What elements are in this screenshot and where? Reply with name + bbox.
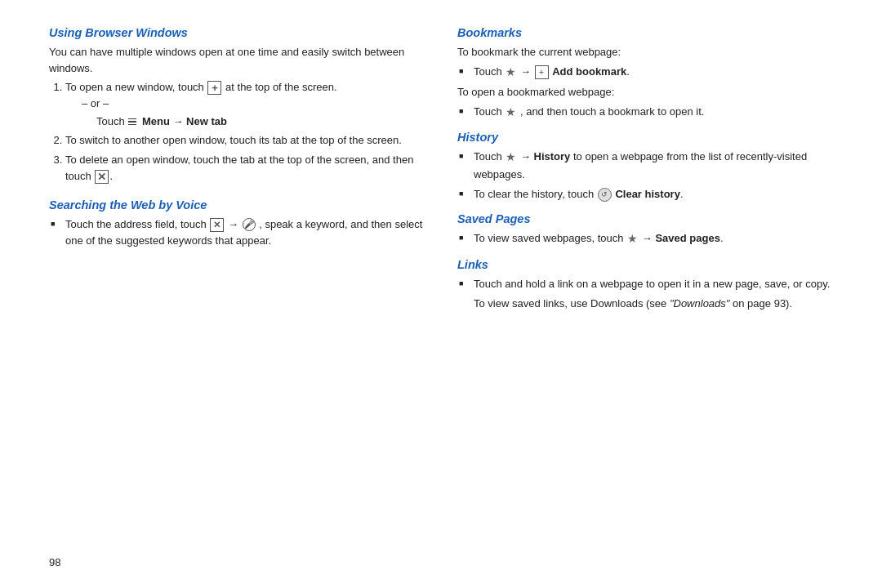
menu-label: Menu → New tab bbox=[142, 115, 227, 127]
section-history: History Touch ★ → History to open a webp… bbox=[457, 131, 833, 206]
clear-history-label: Clear history bbox=[615, 188, 679, 200]
step-2: To switch to another open window, touch … bbox=[65, 132, 425, 149]
page-number: 98 bbox=[49, 556, 60, 568]
links-sub-text: To view saved links, use Downloads (see … bbox=[474, 296, 833, 312]
history-list: Touch ★ → History to open a webpage from… bbox=[459, 149, 833, 203]
scissors-icon: ✕ bbox=[210, 218, 224, 232]
history-label: History bbox=[534, 151, 571, 163]
section-title-search-voice: Searching the Web by Voice bbox=[49, 198, 425, 212]
section-search-voice: Searching the Web by Voice Touch the add… bbox=[49, 198, 425, 252]
add-bookmark-icon: + bbox=[535, 65, 549, 79]
bookmarks-sub-intro: To open a bookmarked webpage: bbox=[457, 84, 833, 100]
section-title-saved-pages: Saved Pages bbox=[457, 212, 833, 225]
browser-windows-steps: To open a new window, touch + at the top… bbox=[65, 79, 425, 185]
browser-windows-intro: You can have multiple windows open at on… bbox=[49, 44, 425, 76]
x-icon: ✕ bbox=[95, 170, 109, 184]
links-bullet1: Touch and hold a link on a webpage to op… bbox=[459, 276, 833, 312]
star-icon4: ★ bbox=[627, 230, 638, 248]
section-title-history: History bbox=[457, 131, 833, 144]
bookmarks-bullet2: Touch ★ , and then touch a bookmark to o… bbox=[459, 104, 833, 122]
downloads-italic: "Downloads" bbox=[670, 297, 730, 310]
section-browser-windows: Using Browser Windows You can have multi… bbox=[49, 26, 425, 190]
menu-icon bbox=[128, 116, 138, 127]
step-1: To open a new window, touch + at the top… bbox=[65, 79, 425, 129]
mic-icon: 🎤 bbox=[243, 218, 256, 231]
section-title-bookmarks: Bookmarks bbox=[457, 26, 833, 39]
bookmarks-list2: Touch ★ , and then touch a bookmark to o… bbox=[459, 104, 833, 122]
search-voice-bullet: Touch the address field, touch ✕ → 🎤 , s… bbox=[51, 216, 425, 249]
links-list: Touch and hold a link on a webpage to op… bbox=[459, 276, 833, 312]
star-icon: ★ bbox=[506, 64, 516, 82]
section-title-links: Links bbox=[457, 258, 833, 271]
or-line: – or – bbox=[82, 96, 425, 112]
page: Using Browser Windows You can have multi… bbox=[0, 0, 882, 588]
bookmarks-bullet1: Touch ★ → + Add bookmark. bbox=[459, 64, 833, 82]
bookmarks-list1: Touch ★ → + Add bookmark. bbox=[459, 64, 833, 82]
star-icon2: ★ bbox=[506, 104, 516, 122]
bookmarks-intro: To bookmark the current webpage: bbox=[457, 44, 833, 60]
history-bullet1: Touch ★ → History to open a webpage from… bbox=[459, 149, 833, 183]
right-column: Bookmarks To bookmark the current webpag… bbox=[457, 26, 833, 562]
step-3: To delete an open window, touch the tab … bbox=[65, 152, 425, 185]
search-voice-list: Touch the address field, touch ✕ → 🎤 , s… bbox=[51, 216, 425, 249]
section-saved-pages: Saved Pages To view saved webpages, touc… bbox=[457, 212, 833, 252]
saved-pages-list: To view saved webpages, touch ★ → Saved … bbox=[459, 230, 833, 248]
section-bookmarks: Bookmarks To bookmark the current webpag… bbox=[457, 26, 833, 124]
history-bullet2: To clear the history, touch ↺ Clear hist… bbox=[459, 186, 833, 203]
section-title-browser-windows: Using Browser Windows bbox=[49, 26, 425, 39]
two-column-layout: Using Browser Windows You can have multi… bbox=[49, 26, 833, 562]
section-links: Links Touch and hold a link on a webpage… bbox=[457, 258, 833, 315]
saved-pages-label: Saved pages bbox=[655, 233, 720, 245]
left-column: Using Browser Windows You can have multi… bbox=[49, 26, 425, 562]
plus-icon: + bbox=[207, 81, 221, 95]
touch-menu-line: Touch Menu → New tab bbox=[96, 114, 425, 130]
saved-pages-bullet: To view saved webpages, touch ★ → Saved … bbox=[459, 230, 833, 248]
add-bookmark-label: Add bookmark bbox=[552, 65, 626, 78]
star-icon3: ★ bbox=[506, 149, 516, 167]
clear-history-icon: ↺ bbox=[598, 188, 612, 202]
